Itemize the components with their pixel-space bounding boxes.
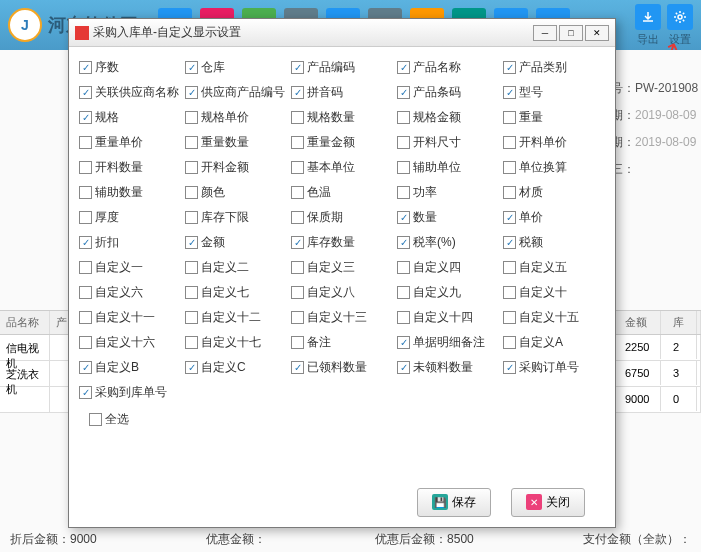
column-checkbox[interactable]: 自定义六 — [79, 284, 181, 301]
column-checkbox[interactable]: 自定义十四 — [397, 309, 499, 326]
column-checkbox[interactable]: 产品条码 — [397, 84, 499, 101]
checkbox-icon — [291, 161, 304, 174]
checkbox-icon — [79, 361, 92, 374]
column-checkbox[interactable]: 开料尺寸 — [397, 134, 499, 151]
column-checkbox[interactable]: 产品编码 — [291, 59, 393, 76]
column-checkbox[interactable]: 自定义B — [79, 359, 181, 376]
column-checkbox[interactable]: 产品名称 — [397, 59, 499, 76]
column-checkbox[interactable]: 库存下限 — [185, 209, 287, 226]
checkbox-icon — [503, 136, 516, 149]
column-checkbox[interactable]: 开料数量 — [79, 159, 181, 176]
column-checkbox[interactable]: 重量单价 — [79, 134, 181, 151]
column-checkbox[interactable]: 自定义四 — [397, 259, 499, 276]
column-checkbox[interactable]: 产品类别 — [503, 59, 605, 76]
maximize-button[interactable]: □ — [559, 25, 583, 41]
checkbox-icon — [185, 211, 198, 224]
column-checkbox[interactable]: 自定义十二 — [185, 309, 287, 326]
column-checkbox[interactable]: 未领料数量 — [397, 359, 499, 376]
column-checkbox[interactable]: 保质期 — [291, 209, 393, 226]
column-checkbox[interactable]: 自定义十七 — [185, 334, 287, 351]
column-checkbox[interactable]: 供应商产品编号 — [185, 84, 287, 101]
column-checkbox[interactable]: 自定义C — [185, 359, 287, 376]
column-checkbox[interactable]: 单价 — [503, 209, 605, 226]
column-checkbox[interactable]: 备注 — [291, 334, 393, 351]
column-checkbox[interactable]: 开料单价 — [503, 134, 605, 151]
checkbox-label: 采购订单号 — [519, 359, 579, 376]
column-checkbox[interactable]: 采购到库单号 — [79, 384, 181, 401]
dialog-titlebar[interactable]: 采购入库单-自定义显示设置 ─ □ ✕ — [69, 19, 615, 47]
column-checkbox[interactable]: 税率(%) — [397, 234, 499, 251]
checkbox-label: 自定义十二 — [201, 309, 261, 326]
column-checkbox[interactable]: 单据明细备注 — [397, 334, 499, 351]
column-checkbox[interactable]: 采购订单号 — [503, 359, 605, 376]
column-checkbox[interactable]: 序数 — [79, 59, 181, 76]
column-checkbox[interactable]: 颜色 — [185, 184, 287, 201]
column-checkbox[interactable]: 辅助数量 — [79, 184, 181, 201]
checkbox-icon — [503, 336, 516, 349]
column-checkbox[interactable]: 自定义十三 — [291, 309, 393, 326]
column-checkbox[interactable]: 自定义五 — [503, 259, 605, 276]
column-checkbox[interactable]: 拼音码 — [291, 84, 393, 101]
footer-pay-label: 支付金额（全款）： — [583, 531, 691, 548]
column-checkbox[interactable]: 规格金额 — [397, 109, 499, 126]
checkbox-icon — [503, 261, 516, 274]
column-checkbox[interactable]: 折扣 — [79, 234, 181, 251]
column-checkbox[interactable]: 单位换算 — [503, 159, 605, 176]
column-checkbox[interactable]: 自定义十六 — [79, 334, 181, 351]
column-checkbox[interactable]: 自定义十一 — [79, 309, 181, 326]
close-button[interactable]: ✕ 关闭 — [511, 488, 585, 517]
column-checkbox[interactable]: 重量金额 — [291, 134, 393, 151]
minimize-button[interactable]: ─ — [533, 25, 557, 41]
column-checkbox[interactable]: 自定义一 — [79, 259, 181, 276]
checkbox-icon — [397, 261, 410, 274]
column-checkbox[interactable]: 自定义三 — [291, 259, 393, 276]
column-checkbox[interactable]: 厚度 — [79, 209, 181, 226]
close-window-button[interactable]: ✕ — [585, 25, 609, 41]
checkbox-icon — [185, 186, 198, 199]
checkbox-icon — [291, 361, 304, 374]
column-checkbox[interactable]: 自定义九 — [397, 284, 499, 301]
checkbox-icon — [79, 386, 92, 399]
column-checkbox[interactable]: 规格单价 — [185, 109, 287, 126]
checkbox-label: 自定义B — [95, 359, 139, 376]
column-checkbox[interactable]: 功率 — [397, 184, 499, 201]
checkbox-label: 自定义十 — [519, 284, 567, 301]
checkbox-label: 自定义十四 — [413, 309, 473, 326]
column-checkbox[interactable]: 自定义八 — [291, 284, 393, 301]
checkbox-label: 仓库 — [201, 59, 225, 76]
column-checkbox[interactable]: 自定义A — [503, 334, 605, 351]
column-checkbox[interactable]: 规格数量 — [291, 109, 393, 126]
column-checkbox[interactable]: 自定义七 — [185, 284, 287, 301]
column-checkbox[interactable]: 开料金额 — [185, 159, 287, 176]
checkbox-label: 库存下限 — [201, 209, 249, 226]
column-checkbox[interactable]: 数量 — [397, 209, 499, 226]
column-checkbox[interactable]: 关联供应商名称 — [79, 84, 181, 101]
save-button[interactable]: 💾 保存 — [417, 488, 491, 517]
settings-button[interactable]: 设置 — [667, 4, 693, 47]
checkbox-label: 规格数量 — [307, 109, 355, 126]
column-checkbox[interactable]: 辅助单位 — [397, 159, 499, 176]
checkbox-label: 自定义五 — [519, 259, 567, 276]
column-checkbox[interactable]: 库存数量 — [291, 234, 393, 251]
column-checkbox[interactable]: 自定义十 — [503, 284, 605, 301]
checkbox-label: 开料尺寸 — [413, 134, 461, 151]
column-checkbox[interactable]: 自定义十五 — [503, 309, 605, 326]
checkbox-label: 自定义九 — [413, 284, 461, 301]
column-checkbox[interactable]: 重量数量 — [185, 134, 287, 151]
checkbox-label: 开料单价 — [519, 134, 567, 151]
column-checkbox[interactable]: 仓库 — [185, 59, 287, 76]
column-checkbox[interactable]: 型号 — [503, 84, 605, 101]
column-checkbox[interactable]: 自定义二 — [185, 259, 287, 276]
column-checkbox[interactable]: 重量 — [503, 109, 605, 126]
column-checkbox[interactable]: 已领料数量 — [291, 359, 393, 376]
column-checkbox[interactable]: 金额 — [185, 234, 287, 251]
svg-point-11 — [678, 15, 682, 19]
column-checkbox[interactable]: 基本单位 — [291, 159, 393, 176]
column-checkbox[interactable]: 材质 — [503, 184, 605, 201]
column-checkbox[interactable]: 规格 — [79, 109, 181, 126]
export-button[interactable]: 导出 — [635, 4, 661, 47]
select-all-checkbox[interactable]: 全选 — [89, 411, 595, 428]
column-checkbox[interactable]: 色温 — [291, 184, 393, 201]
checkbox-icon — [397, 136, 410, 149]
column-checkbox[interactable]: 税额 — [503, 234, 605, 251]
